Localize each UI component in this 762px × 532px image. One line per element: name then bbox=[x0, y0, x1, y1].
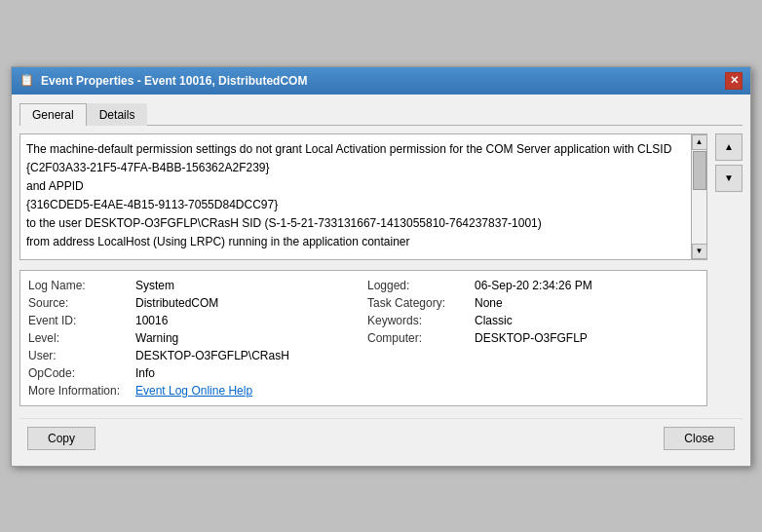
message-scrollbar: ▲ ▼ bbox=[691, 134, 706, 259]
source-value: DistributedCOM bbox=[135, 296, 218, 310]
task-category-value: None bbox=[475, 296, 503, 310]
task-category-row: Task Category: None bbox=[367, 296, 699, 310]
user-value: DESKTOP-O3FGFLP\CRasH bbox=[135, 349, 289, 362]
more-info-link[interactable]: Event Log Online Help bbox=[135, 384, 252, 398]
computer-row: Computer: DESKTOP-O3FGFLP bbox=[367, 331, 699, 345]
source-row: Source: DistributedCOM bbox=[28, 296, 360, 310]
tab-details[interactable]: Details bbox=[87, 103, 148, 126]
level-row: Level: Warning bbox=[28, 331, 360, 345]
window-icon: 📋 bbox=[19, 73, 35, 89]
title-bar-left: 📋 Event Properties - Event 10016, Distri… bbox=[19, 73, 307, 89]
copy-button[interactable]: Copy bbox=[27, 427, 95, 450]
window-body: General Details The machine-default perm… bbox=[12, 95, 750, 466]
down-arrow-icon: ▼ bbox=[724, 172, 734, 183]
event-id-row: Event ID: 10016 bbox=[28, 314, 360, 327]
opcode-row: OpCode: Info bbox=[28, 366, 360, 380]
window-title: Event Properties - Event 10016, Distribu… bbox=[41, 74, 307, 88]
log-name-value: System bbox=[135, 279, 174, 292]
navigate-up-button[interactable]: ▲ bbox=[715, 133, 743, 161]
scroll-track bbox=[692, 150, 706, 244]
right-col-details: Logged: 06-Sep-20 2:34:26 PM Task Catego… bbox=[367, 279, 699, 398]
event-properties-window: 📋 Event Properties - Event 10016, Distri… bbox=[11, 66, 751, 467]
side-buttons: ▲ ▼ bbox=[715, 133, 743, 414]
keywords-row: Keywords: Classic bbox=[367, 314, 699, 327]
close-button[interactable]: ✕ bbox=[725, 72, 743, 90]
log-name-row: Log Name: System bbox=[28, 279, 360, 292]
logged-label: Logged: bbox=[367, 279, 475, 292]
more-info-row: More Information: Event Log Online Help bbox=[28, 384, 360, 398]
left-col-details: Log Name: System Source: DistributedCOM … bbox=[28, 279, 360, 398]
title-bar: 📋 Event Properties - Event 10016, Distri… bbox=[12, 67, 750, 95]
computer-value: DESKTOP-O3FGFLP bbox=[475, 331, 588, 345]
tab-general[interactable]: General bbox=[19, 103, 87, 126]
main-content: The machine-default permission settings … bbox=[19, 133, 707, 414]
user-label: User: bbox=[28, 349, 135, 362]
message-box: The machine-default permission settings … bbox=[19, 133, 707, 260]
opcode-label: OpCode: bbox=[28, 366, 135, 380]
logged-row: Logged: 06-Sep-20 2:34:26 PM bbox=[367, 279, 699, 292]
keywords-label: Keywords: bbox=[367, 314, 475, 327]
user-row: User: DESKTOP-O3FGFLP\CRasH bbox=[28, 349, 360, 362]
level-value: Warning bbox=[135, 331, 178, 345]
event-id-label: Event ID: bbox=[28, 314, 135, 327]
task-category-label: Task Category: bbox=[367, 296, 475, 310]
computer-label: Computer: bbox=[367, 331, 475, 345]
up-arrow-icon: ▲ bbox=[724, 141, 734, 152]
scroll-thumb[interactable] bbox=[693, 151, 706, 190]
more-info-label: More Information: bbox=[28, 384, 135, 398]
scroll-down-arrow[interactable]: ▼ bbox=[692, 244, 707, 259]
event-id-value: 10016 bbox=[135, 314, 168, 327]
opcode-value: Info bbox=[135, 366, 155, 380]
logged-value: 06-Sep-20 2:34:26 PM bbox=[475, 279, 592, 292]
keywords-value: Classic bbox=[475, 314, 513, 327]
source-label: Source: bbox=[28, 296, 135, 310]
message-text: The machine-default permission settings … bbox=[26, 140, 683, 252]
log-name-label: Log Name: bbox=[28, 279, 135, 292]
tab-bar: General Details bbox=[19, 102, 743, 126]
close-dialog-button[interactable]: Close bbox=[664, 427, 735, 450]
navigate-down-button[interactable]: ▼ bbox=[715, 165, 743, 192]
level-label: Level: bbox=[28, 331, 135, 345]
two-col-details: Log Name: System Source: DistributedCOM … bbox=[28, 279, 699, 398]
content-area: The machine-default permission settings … bbox=[19, 133, 743, 414]
info-section: Log Name: System Source: DistributedCOM … bbox=[19, 270, 707, 406]
bottom-bar: Copy Close bbox=[19, 418, 743, 458]
scroll-up-arrow[interactable]: ▲ bbox=[692, 134, 707, 150]
